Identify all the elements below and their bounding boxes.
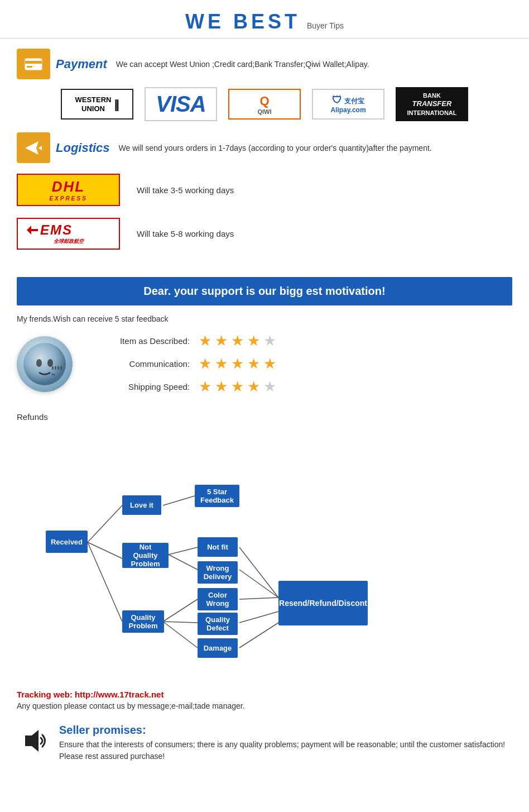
svg-line-18 (239, 598, 278, 599)
ems-logo-box: EMS 全球邮政航空 (17, 218, 120, 250)
svg-line-17 (239, 570, 278, 598)
communication-stars: ★ ★ ★ ★ ★ (199, 355, 276, 372)
feedback-rows: Item as Described: ★ ★ ★ ★ ★ Communicati… (95, 332, 276, 395)
star-4: ★ (247, 378, 260, 395)
svg-point-5 (47, 359, 53, 367)
bank-transfer-logo: BANKTRANSFERINTERNATIONAL (396, 87, 468, 121)
fc-received: Received (46, 531, 88, 553)
svg-line-12 (169, 555, 198, 570)
payment-svg-icon (23, 54, 44, 74)
item-described-label: Item as Described: (95, 336, 190, 346)
fc-not-fit: Not fit (198, 537, 238, 557)
fc-quality-problem: Quality Problem (122, 610, 164, 633)
plane-icon (23, 138, 44, 158)
flowchart-lines (25, 433, 504, 667)
page-header: WE BEST Buyer Tips (0, 0, 529, 39)
fc-wrong-delivery: Wrong Delivery (198, 561, 238, 584)
dhl-logo-box: DHL EXPRESS (17, 174, 120, 206)
svg-line-20 (239, 623, 278, 648)
star-5-outline: ★ (263, 378, 276, 395)
dhl-logo: DHL EXPRESS (17, 173, 120, 207)
star-1: ★ (199, 355, 211, 372)
speaker-svg-icon (18, 725, 49, 756)
payment-logos-row: WESTERNUNION ‖ VISA Q QIWI 🛡 支付宝Alipay.c… (17, 87, 512, 121)
star-5: ★ (263, 355, 276, 372)
dhl-time: Will take 3-5 working days (137, 185, 234, 195)
shipping-speed-row: Shipping Speed: ★ ★ ★ ★ ★ (95, 378, 276, 395)
svg-line-15 (163, 622, 198, 648)
fc-quality-defect: Quality Defect (198, 613, 238, 635)
refunds-section: Refunds (0, 407, 529, 684)
svg-point-3 (23, 343, 66, 385)
svg-marker-21 (25, 730, 39, 752)
communication-row: Communication: ★ ★ ★ ★ ★ (95, 355, 276, 372)
communication-label: Communication: (95, 359, 190, 369)
dhl-row: DHL EXPRESS Will take 3-5 working days (17, 173, 512, 207)
svg-rect-2 (27, 66, 32, 68)
star-2: ★ (215, 378, 228, 395)
svg-line-19 (239, 612, 278, 623)
feedback-section: My frends.Wish can receive 5 star feedba… (0, 314, 529, 407)
motivation-banner: Dear. your support is our bigg est motiv… (17, 277, 512, 305)
svg-line-16 (239, 547, 278, 598)
speaker-icon (17, 724, 50, 757)
shipping-speed-stars: ★ ★ ★ ★ ★ (199, 378, 276, 395)
tracking-description: Any question please contact us by messag… (17, 701, 512, 710)
promises-text: Seller promises: Ensure that the interes… (59, 724, 512, 762)
refunds-flowchart: Received Love it 5 Star Feedback Not Qua… (25, 433, 504, 667)
feedback-content: " Item as Described: ★ ★ ★ ★ ★ Communica… (17, 332, 512, 395)
svg-text:": " (51, 372, 55, 381)
payment-title-row: Payment We can accept West Union ;Credit… (17, 49, 512, 79)
tracking-section: Tracking web: http://www.17track.net Any… (0, 684, 529, 716)
svg-line-8 (88, 542, 122, 558)
item-described-row: Item as Described: ★ ★ ★ ★ ★ (95, 332, 276, 350)
svg-line-9 (88, 542, 122, 622)
svg-rect-1 (25, 61, 42, 64)
ems-row: EMS 全球邮政航空 Will take 5-8 working days (17, 217, 512, 250)
refunds-title: Refunds (17, 412, 512, 422)
ems-time: Will take 5-8 working days (137, 229, 234, 238)
svg-point-4 (36, 359, 42, 367)
svg-line-14 (163, 622, 198, 623)
payment-label: Payment (56, 57, 107, 71)
star-3: ★ (231, 332, 244, 350)
feedback-avatar: " (17, 336, 73, 392)
item-described-stars: ★ ★ ★ ★ ★ (199, 332, 276, 350)
promises-section: Seller promises: Ensure that the interes… (0, 716, 529, 773)
payment-icon (17, 49, 50, 79)
face-avatar-icon: " (22, 342, 67, 386)
ems-wing-icon (27, 225, 38, 236)
star-4: ★ (247, 355, 260, 372)
payment-description: We can accept West Union ;Credit card;Ba… (116, 60, 369, 69)
logistics-title-row: Logistics We will send yours orders in 1… (17, 132, 512, 163)
fc-love-it: Love it (122, 495, 161, 515)
promises-body: Ensure that the interests of consumers; … (59, 739, 512, 762)
promises-title: Seller promises: (59, 724, 512, 737)
star-1: ★ (199, 332, 211, 350)
tracking-label: Tracking web: (17, 690, 73, 699)
svg-line-11 (169, 547, 198, 555)
fc-damage: Damage (198, 638, 238, 658)
feedback-intro: My frends.Wish can receive 5 star feedba… (17, 314, 512, 323)
shipping-speed-label: Shipping Speed: (95, 382, 190, 391)
tracking-row: Tracking web: http://www.17track.net (17, 690, 512, 699)
alipay-logo: 🛡 支付宝Alipay.com (312, 89, 384, 120)
header-title: WE BEST (185, 10, 300, 33)
svg-line-7 (88, 505, 122, 542)
svg-rect-0 (25, 59, 42, 70)
star-2: ★ (215, 355, 228, 372)
visa-logo: VISA (145, 87, 217, 121)
logistics-description: We will send yours orders in 1-7days (ac… (119, 144, 432, 152)
fc-resend: Resend/Refund/Discont (278, 581, 368, 625)
star-1: ★ (199, 378, 211, 395)
logistics-icon (17, 132, 50, 163)
tracking-url[interactable]: http://www.17track.net (75, 690, 163, 699)
star-3: ★ (231, 355, 244, 372)
star-4: ★ (247, 332, 260, 350)
svg-line-10 (163, 496, 195, 505)
fc-color-wrong: Color Wrong (198, 588, 238, 610)
header-subtitle: Buyer Tips (307, 21, 344, 30)
logistics-section: Logistics We will send yours orders in 1… (0, 132, 529, 266)
fc-5star: 5 Star Feedback (195, 485, 239, 507)
star-5-outline: ★ (263, 332, 276, 350)
